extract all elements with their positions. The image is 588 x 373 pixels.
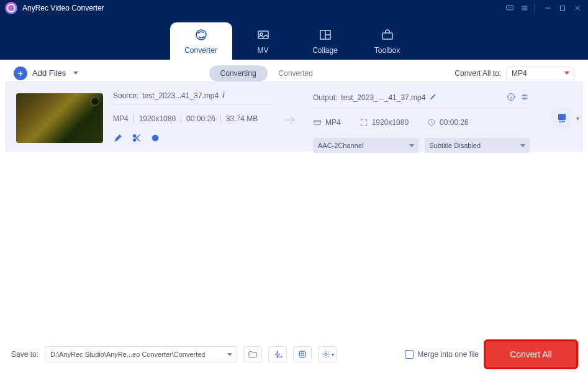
svg-point-1	[509, 7, 509, 8]
footer-bar: Save to: D:\AnyRec Studio\AnyRe...eo Con…	[5, 341, 583, 368]
tab-mv[interactable]: MV	[232, 22, 294, 60]
titlebar-separator	[534, 4, 535, 12]
svg-rect-8	[561, 6, 565, 11]
subtitle-select-value: Subtitle Disabled	[430, 142, 481, 149]
arrow-icon: ➔	[284, 112, 303, 128]
close-icon[interactable]	[572, 2, 583, 14]
output-format: MP4	[325, 118, 341, 127]
convert-all-button[interactable]: Convert All	[485, 341, 577, 368]
open-folder-button[interactable]	[243, 346, 262, 362]
tab-toolbox[interactable]: Toolbox	[356, 22, 418, 60]
output-label: Output:	[313, 93, 337, 102]
trim-icon[interactable]	[132, 133, 142, 145]
status-segment: Converting Converted	[209, 65, 324, 81]
output-selects: AAC-2Channel Subtitle Disabled	[313, 138, 530, 153]
add-files-button[interactable]: + Add Files	[14, 67, 78, 80]
source-column: Source: test_2023...41_37.mp4 i MP4 1920…	[113, 91, 274, 145]
output-resolution: 1920x1080	[372, 118, 409, 127]
compress-icon[interactable]	[520, 92, 530, 104]
chevron-down-icon	[73, 71, 78, 75]
maximize-icon[interactable]	[557, 2, 568, 14]
format-select[interactable]: MP4	[506, 67, 574, 80]
svg-text:OFF: OFF	[279, 356, 283, 359]
settings-button[interactable]: ▾	[318, 346, 337, 362]
edit-icon[interactable]	[113, 133, 123, 145]
hw-accel-button[interactable]: OFF	[268, 346, 287, 362]
svg-rect-33	[558, 114, 566, 120]
tab-collage[interactable]: Collage	[294, 22, 356, 60]
audio-select[interactable]: AAC-2Channel	[313, 138, 418, 153]
save-path-select[interactable]: D:\AnyRec Studio\AnyRe...eo Converter\Co…	[45, 346, 237, 362]
source-line: Source: test_2023...41_37.mp4 i	[113, 91, 274, 104]
high-speed-button[interactable]	[293, 346, 312, 362]
merge-label: Merge into one file	[417, 350, 479, 359]
svg-text:MP4: MP4	[560, 120, 564, 122]
output-filename: test_2023_..._41_37.mp4	[341, 93, 425, 102]
tab-mv-label: MV	[258, 46, 269, 55]
enhance-icon[interactable]	[150, 133, 160, 145]
svg-rect-37	[299, 351, 305, 357]
output-meta: MP4 1920x1080 00:00:26	[313, 118, 530, 127]
output-format-button[interactable]: MP4 ▾	[552, 108, 572, 128]
menu-icon[interactable]	[519, 2, 530, 14]
chevron-down-icon: ▾	[576, 115, 579, 122]
svg-point-24	[155, 137, 157, 139]
chevron-down-icon	[409, 144, 414, 147]
tab-converter[interactable]: Converter	[170, 22, 232, 60]
file-item: Source: test_2023...41_37.mp4 i MP4 1920…	[5, 82, 583, 152]
convert-all-to-label: Convert All to:	[455, 69, 501, 78]
media-info-icon[interactable]	[506, 92, 516, 104]
app-logo	[5, 2, 17, 14]
source-duration: 00:00:26	[181, 114, 215, 123]
main-tabs: Converter MV Collage Toolbox	[0, 16, 588, 60]
save-path-value: D:\AnyRec Studio\AnyRe...eo Converter\Co…	[50, 351, 205, 358]
output-line: Output: test_2023_..._41_37.mp4	[313, 91, 530, 108]
source-label: Source:	[113, 91, 138, 100]
audio-select-value: AAC-2Channel	[318, 142, 363, 149]
item-actions	[113, 133, 274, 145]
source-size: 33.74 MB	[220, 114, 258, 123]
source-meta: MP4 1920x1080 00:00:26 33.74 MB	[113, 114, 274, 123]
tab-converting[interactable]: Converting	[209, 65, 268, 81]
tab-converted[interactable]: Converted	[268, 65, 324, 81]
format-select-value: MP4	[512, 69, 527, 78]
chevron-down-icon	[520, 144, 525, 147]
chevron-down-icon	[564, 71, 569, 75]
info-icon[interactable]: i	[222, 91, 224, 100]
video-thumbnail[interactable]	[16, 93, 103, 143]
tab-collage-label: Collage	[312, 46, 338, 55]
svg-point-3	[510, 7, 511, 8]
merge-checkbox[interactable]: Merge into one file	[405, 350, 479, 359]
sub-toolbar: + Add Files Converting Converted Convert…	[5, 60, 583, 82]
svg-rect-30	[314, 121, 321, 125]
file-list: Source: test_2023...41_37.mp4 i MP4 1920…	[5, 82, 583, 341]
feedback-icon[interactable]	[504, 2, 515, 14]
source-format: MP4	[113, 114, 129, 123]
output-duration: 00:00:26	[440, 118, 469, 127]
save-to-label: Save to:	[11, 350, 38, 359]
add-files-label: Add Files	[32, 68, 66, 78]
checkbox-box	[405, 350, 414, 359]
subtitle-select[interactable]: Subtitle Disabled	[425, 138, 530, 153]
svg-point-47	[325, 353, 327, 356]
convert-all-to: Convert All to: MP4	[455, 67, 574, 80]
svg-rect-17	[382, 33, 392, 39]
svg-point-2	[510, 7, 510, 8]
svg-rect-38	[301, 353, 304, 356]
titlebar: AnyRec Video Converter	[0, 0, 588, 16]
app-title: AnyRec Video Converter	[22, 4, 104, 12]
source-resolution: 1920x1080	[133, 114, 176, 123]
tab-converter-label: Converter	[184, 46, 217, 55]
minimize-icon[interactable]	[542, 2, 553, 14]
plus-icon: +	[14, 67, 27, 80]
output-tools	[506, 92, 530, 104]
svg-point-23	[153, 136, 155, 138]
source-filename: test_2023...41_37.mp4	[142, 91, 219, 100]
output-column: Output: test_2023_..._41_37.mp4 MP4 1920…	[313, 91, 530, 153]
rename-icon[interactable]	[429, 92, 438, 103]
chevron-down-icon	[227, 353, 232, 356]
tab-toolbox-label: Toolbox	[374, 46, 400, 55]
